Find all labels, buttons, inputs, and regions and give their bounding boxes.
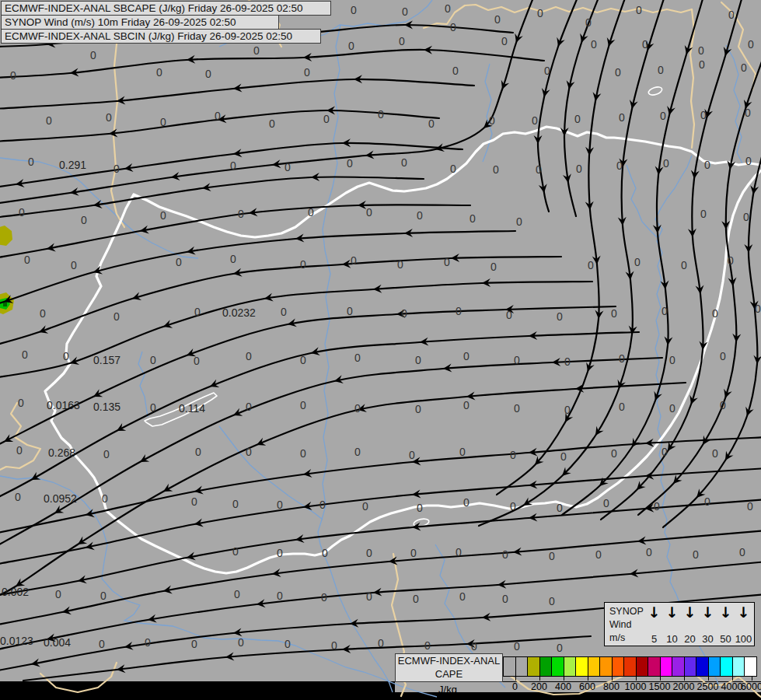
wind-legend-line1: SYNOP bbox=[609, 606, 645, 617]
wind-legend-title: SYNOP Wind m/s bbox=[605, 603, 645, 646]
station-zero: 0 bbox=[194, 306, 201, 318]
station-zero: 0 bbox=[246, 350, 252, 362]
station-zero: 0 bbox=[99, 638, 105, 650]
station-zero: 0 bbox=[409, 449, 415, 461]
cin-value-label: 0.0232 bbox=[222, 306, 256, 319]
wind-arrow-icon: ↓ bbox=[666, 604, 679, 621]
station-zero: 0 bbox=[748, 38, 754, 51]
station-zero: 0 bbox=[537, 7, 543, 19]
station-zero: 0 bbox=[459, 590, 466, 603]
cape-swatch bbox=[528, 657, 540, 676]
station-zero: 0 bbox=[160, 209, 166, 222]
station-zero: 0 bbox=[745, 155, 752, 167]
station-zero: 0 bbox=[755, 303, 761, 315]
station-zero: 0 bbox=[747, 500, 753, 513]
cape-tick bbox=[515, 676, 516, 681]
wind-speed-label: 5 bbox=[651, 634, 657, 645]
station-zero: 0 bbox=[113, 163, 120, 175]
station-zero: 0 bbox=[745, 107, 751, 119]
station-zero: 0 bbox=[574, 113, 581, 125]
station-zero: 0 bbox=[300, 258, 306, 271]
cape-swatch bbox=[696, 657, 709, 676]
wind-speed-label: 50 bbox=[720, 634, 731, 645]
cape-legend-line1: ECMWF-INDEX-ANAL bbox=[396, 654, 502, 667]
station-zero: 0 bbox=[720, 350, 726, 362]
station-zero: 0 bbox=[557, 310, 563, 323]
station-zero: 0 bbox=[351, 254, 357, 267]
station-zero: 0 bbox=[246, 401, 252, 413]
wind-arrow-icon: ↓ bbox=[702, 604, 714, 621]
station-zero: 0 bbox=[246, 446, 252, 458]
station-zero: 0 bbox=[277, 590, 283, 602]
station-zero: 0 bbox=[728, 254, 734, 267]
wind-speed-column: ↓100 bbox=[735, 604, 752, 645]
station-zero: 0 bbox=[654, 500, 660, 513]
cape-legend: ECMWF-INDEX-ANAL CAPE J/kg 0200400600800… bbox=[395, 653, 761, 692]
station-zero: 0 bbox=[232, 498, 239, 510]
station-zero: 0 bbox=[366, 590, 372, 603]
cape-swatch bbox=[733, 657, 745, 676]
cape-swatch bbox=[624, 657, 637, 676]
station-zero: 0 bbox=[514, 402, 520, 415]
wind-speed-column: ↓20 bbox=[681, 604, 699, 645]
wind-speed-column: ↓30 bbox=[699, 604, 717, 645]
station-zero: 0 bbox=[300, 447, 306, 460]
station-zero: 0 bbox=[55, 588, 61, 600]
wind-legend-line3: m/s bbox=[609, 632, 645, 643]
wind-arrow-icon: ↓ bbox=[648, 604, 661, 621]
station-zero: 0 bbox=[445, 2, 451, 15]
station-zero: 0 bbox=[712, 307, 718, 320]
cin-value-label: 0.268 bbox=[48, 446, 75, 459]
station-zero: 0 bbox=[564, 404, 571, 416]
station-zero: 0 bbox=[215, 110, 221, 122]
wind-speed-label: 100 bbox=[735, 634, 752, 645]
cape-swatch bbox=[613, 657, 625, 676]
station-zero: 0 bbox=[471, 640, 477, 653]
station-zero: 0 bbox=[304, 66, 310, 79]
station-zero: 0 bbox=[615, 66, 621, 79]
station-zero: 0 bbox=[277, 547, 283, 559]
station-zero: 0 bbox=[281, 306, 287, 318]
cin-value-label: 0.114 bbox=[179, 402, 205, 415]
station-zero: 0 bbox=[415, 354, 421, 366]
station-zero: 0 bbox=[194, 355, 200, 367]
wind-speed-label: 10 bbox=[666, 634, 677, 645]
station-zero: 0 bbox=[700, 208, 707, 220]
station-zero: 0 bbox=[662, 305, 668, 317]
station-zero: 0 bbox=[549, 550, 555, 562]
station-zero: 0 bbox=[238, 208, 244, 220]
station-zero: 0 bbox=[150, 354, 156, 366]
station-zero: 0 bbox=[470, 212, 476, 225]
station-zero: 0 bbox=[502, 593, 508, 605]
station-zero: 0 bbox=[662, 446, 668, 458]
weather-map-screen: 0000000000000000000000000000000000000000… bbox=[0, 0, 761, 700]
station-zero: 0 bbox=[544, 65, 550, 77]
station-zero: 0 bbox=[28, 156, 34, 168]
station-zero: 0 bbox=[102, 492, 108, 505]
station-zero: 0 bbox=[156, 66, 162, 79]
cape-swatch bbox=[576, 657, 588, 676]
station-zero: 0 bbox=[399, 35, 405, 47]
station-zero: 0 bbox=[145, 636, 151, 649]
station-zero: 0 bbox=[591, 38, 597, 51]
station-zero: 0 bbox=[347, 305, 353, 317]
station-zero: 0 bbox=[401, 307, 407, 320]
station-zero: 0 bbox=[16, 444, 23, 457]
cape-tick bbox=[660, 676, 661, 681]
station-zero: 0 bbox=[510, 449, 516, 461]
station-zero: 0 bbox=[489, 114, 495, 127]
station-zero: 0 bbox=[191, 495, 197, 508]
cape-legend-line2: CAPE bbox=[396, 667, 502, 681]
station-zero: 0 bbox=[660, 110, 666, 122]
station-zero: 0 bbox=[456, 546, 462, 558]
station-zero: 0 bbox=[681, 259, 687, 271]
wind-speed-label: 30 bbox=[702, 634, 713, 645]
station-zero: 0 bbox=[415, 403, 421, 415]
station-zero: 0 bbox=[463, 399, 470, 411]
wind-speed-column: ↓50 bbox=[717, 604, 735, 645]
station-zero: 0 bbox=[150, 401, 156, 414]
station-zero: 0 bbox=[636, 4, 642, 16]
cape-tick bbox=[612, 676, 613, 681]
wind-arrow-icon: ↓ bbox=[684, 604, 696, 621]
station-zero: 0 bbox=[564, 355, 571, 368]
